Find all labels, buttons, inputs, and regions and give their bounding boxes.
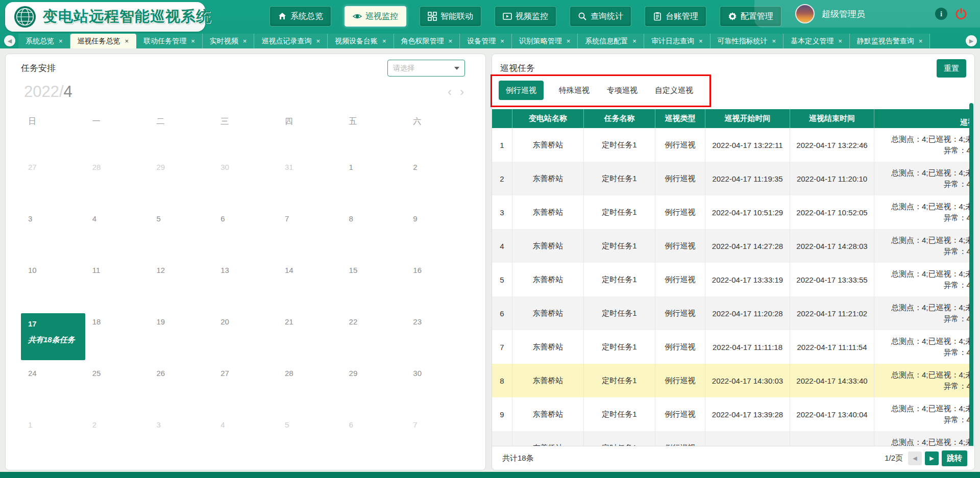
calendar-day[interactable]: 28 [85, 159, 150, 210]
calendar-day[interactable]: 4 [85, 210, 150, 262]
nav-system-overview[interactable]: 系统总览 [270, 6, 331, 27]
tab-linkage-task-management[interactable]: 联动任务管理× [136, 34, 203, 48]
close-icon[interactable]: × [125, 37, 129, 45]
tab-system-info-config[interactable]: 系统信息配置× [578, 34, 644, 48]
calendar-day[interactable]: 30 [213, 159, 278, 210]
calendar-day[interactable]: 3 [149, 416, 213, 468]
calendar-day[interactable]: 9 [406, 210, 470, 262]
calendar-prev-icon[interactable]: ‹ [448, 86, 452, 98]
table-row[interactable]: 7东善桥站定时任务1例行巡视2022-04-17 11:11:182022-04… [492, 330, 969, 364]
calendar-next-icon[interactable]: › [460, 86, 464, 98]
filter-tab-special[interactable]: 特殊巡视 [557, 86, 592, 95]
calendar-day[interactable]: 25 [85, 365, 150, 416]
calendar-day[interactable]: 8 [342, 210, 406, 262]
nav-inspection-monitor[interactable]: 巡视监控 [345, 6, 406, 27]
calendar-day[interactable]: 20 [213, 313, 278, 365]
table-row[interactable]: 5东善桥站定时任务1例行巡视2022-04-17 13:33:192022-04… [492, 263, 969, 296]
calendar-day[interactable]: 6 [342, 416, 406, 468]
jump-button[interactable]: 跳转 [942, 450, 967, 466]
table-row[interactable]: 2东善桥站定时任务1例行巡视2022-04-17 11:19:352022-04… [492, 162, 969, 195]
close-icon[interactable]: × [449, 37, 453, 45]
nav-query-statistics[interactable]: 查询统计 [570, 6, 631, 27]
tab-basic-definition-management[interactable]: 基本定义管理× [783, 34, 850, 48]
table-scrollbar[interactable] [969, 103, 973, 466]
prev-page-button[interactable]: ◀ [908, 451, 922, 465]
calendar-day[interactable]: 15 [342, 262, 406, 313]
calendar-day[interactable]: 2 [406, 159, 470, 210]
reset-button[interactable]: 重置 [937, 59, 966, 78]
close-icon[interactable]: × [699, 37, 703, 45]
calendar-day[interactable]: 4 [213, 416, 278, 468]
close-icon[interactable]: × [316, 37, 320, 45]
tab-role-permission-management[interactable]: 角色权限管理× [394, 34, 460, 48]
tabs-scroll-right-icon[interactable]: ▶ [966, 35, 977, 46]
tab-recognition-strategy-management[interactable]: 识别策略管理× [512, 34, 578, 48]
next-page-button[interactable]: ▶ [925, 451, 939, 465]
tab-silent-monitor-alarm-query[interactable]: 静默监视告警查询× [850, 34, 930, 48]
table-row[interactable]: 10东善桥站定时任务1例行巡视2022-04-17 11:25:582022-0… [492, 431, 969, 447]
nav-video-monitor[interactable]: 视频监控 [495, 6, 556, 27]
calendar-day[interactable]: 31 [278, 159, 342, 210]
calendar-day[interactable]: 21 [278, 313, 342, 365]
tab-inspection-task-overview[interactable]: 巡视任务总览× [70, 34, 137, 48]
calendar-day[interactable]: 22 [342, 313, 406, 365]
close-icon[interactable]: × [632, 37, 636, 45]
table-row[interactable]: 3东善桥站定时任务1例行巡视2022-04-17 10:51:292022-04… [492, 195, 969, 229]
tab-device-management[interactable]: 设备管理× [460, 34, 512, 48]
calendar-day[interactable]: 13 [213, 262, 278, 313]
logout-power-icon[interactable] [954, 7, 968, 20]
table-row[interactable]: 6东善桥站定时任务1例行巡视2022-04-17 11:20:282022-04… [492, 296, 969, 330]
tabs-scroll-left-icon[interactable]: ◀ [4, 35, 15, 46]
nav-ledger-management[interactable]: 台账管理 [645, 6, 706, 27]
calendar-day[interactable]: 3 [21, 210, 85, 262]
filter-tab-custom[interactable]: 自定义巡视 [653, 86, 695, 95]
calendar-day[interactable]: 19 [149, 313, 213, 365]
close-icon[interactable]: × [919, 37, 923, 45]
close-icon[interactable]: × [243, 37, 247, 45]
info-icon[interactable]: i [935, 8, 947, 20]
calendar-day[interactable]: 30 [406, 365, 470, 416]
calendar-day[interactable]: 5 [278, 416, 342, 468]
calendar-day[interactable]: 28 [278, 365, 342, 416]
calendar-day[interactable]: 27 [213, 365, 278, 416]
calendar-day[interactable]: 1 [21, 416, 85, 468]
calendar-day[interactable]: 18 [85, 313, 150, 365]
tab-audit-log-query[interactable]: 审计日志查询× [644, 34, 710, 48]
avatar[interactable] [795, 4, 815, 23]
calendar-day[interactable]: 12 [149, 262, 213, 313]
tab-video-device-ledger[interactable]: 视频设备台账× [328, 34, 394, 48]
table-row[interactable]: 1东善桥站定时任务1例行巡视2022-04-17 13:22:112022-04… [492, 128, 969, 162]
close-icon[interactable]: × [567, 37, 571, 45]
schedule-select[interactable]: 请选择 [387, 60, 465, 77]
close-icon[interactable]: × [500, 37, 504, 45]
calendar-day[interactable]: 29 [342, 365, 406, 416]
tab-realtime-video[interactable]: 实时视频× [203, 34, 255, 48]
close-icon[interactable]: × [772, 37, 776, 45]
calendar-day[interactable]: 5 [149, 210, 213, 262]
calendar-day[interactable]: 1 [342, 159, 406, 210]
calendar-day-selected[interactable]: 17 共有18条任务 [21, 313, 85, 360]
close-icon[interactable]: × [59, 37, 63, 45]
table-row[interactable]: 4东善桥站定时任务1例行巡视2022-04-17 14:27:282022-04… [492, 229, 969, 263]
calendar-day[interactable]: 27 [21, 159, 85, 210]
calendar-day[interactable]: 29 [149, 159, 213, 210]
calendar-day[interactable]: 7 [278, 210, 342, 262]
filter-tab-routine[interactable]: 例行巡视 [499, 81, 544, 100]
close-icon[interactable]: × [382, 37, 386, 45]
tab-system-overview[interactable]: 系统总览× [18, 34, 70, 48]
table-row-highlighted[interactable]: 8东善桥站定时任务1例行巡视2022-04-17 14:30:032022-04… [492, 364, 969, 397]
calendar-day[interactable]: 14 [278, 262, 342, 313]
nav-smart-linkage[interactable]: 智能联动 [420, 6, 481, 27]
calendar-day[interactable]: 10 [21, 262, 85, 313]
calendar-day[interactable]: 11 [85, 262, 150, 313]
close-icon[interactable]: × [191, 37, 195, 45]
calendar-day[interactable]: 6 [213, 210, 278, 262]
table-row[interactable]: 9东善桥站定时任务1例行巡视2022-04-17 13:39:282022-04… [492, 397, 969, 431]
calendar-day[interactable]: 7 [406, 416, 470, 468]
filter-tab-dedicated[interactable]: 专项巡视 [605, 86, 640, 95]
calendar-day[interactable]: 26 [149, 365, 213, 416]
tab-inspection-point-record-query[interactable]: 巡视点记录查询× [254, 34, 328, 48]
close-icon[interactable]: × [838, 37, 842, 45]
calendar-day[interactable]: 23 [406, 313, 470, 365]
calendar-day[interactable]: 24 [21, 365, 85, 416]
